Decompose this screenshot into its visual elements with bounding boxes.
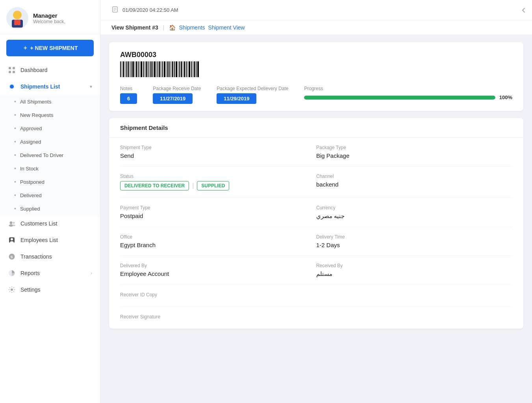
svg-rect-25 bbox=[125, 61, 125, 77]
breadcrumb-shipments-link[interactable]: Shipments bbox=[179, 24, 205, 31]
svg-point-16 bbox=[10, 241, 14, 244]
sidebar-item-label-transactions: Transactions bbox=[20, 253, 52, 260]
meta-row: Notes 6 Package Receive Date 11/27/2019 … bbox=[120, 86, 512, 104]
sidebar-header: Manager Welcome back, bbox=[0, 0, 100, 34]
svg-rect-51 bbox=[167, 61, 169, 77]
svg-rect-64 bbox=[189, 61, 190, 77]
payment-type-value: Postpaid bbox=[120, 213, 316, 219]
svg-rect-38 bbox=[146, 61, 147, 77]
awb-number: AWB00003 bbox=[120, 51, 512, 59]
sidebar-item-employees[interactable]: Employees List bbox=[0, 232, 100, 248]
submenu-all-shipments[interactable]: All Shipments bbox=[0, 95, 100, 108]
svg-rect-6 bbox=[9, 71, 11, 73]
svg-rect-55 bbox=[174, 61, 175, 77]
sidebar-item-label-customers: Customers List bbox=[20, 220, 57, 227]
chart-icon bbox=[8, 269, 16, 277]
shipment-info-card: AWB00003 bbox=[109, 42, 523, 111]
svg-rect-58 bbox=[179, 61, 180, 77]
svg-point-15 bbox=[11, 238, 13, 240]
svg-rect-42 bbox=[152, 61, 153, 77]
svg-rect-53 bbox=[171, 61, 171, 77]
receive-date-col: Package Receive Date 11/27/2019 bbox=[153, 86, 201, 104]
svg-rect-69 bbox=[197, 61, 199, 77]
svg-rect-47 bbox=[161, 61, 161, 77]
svg-rect-27 bbox=[128, 61, 129, 77]
submenu-in-stock[interactable]: In Stock bbox=[0, 162, 100, 175]
detail-empty bbox=[316, 285, 512, 307]
sidebar-item-shipments[interactable]: Shipments List ▾ bbox=[0, 78, 100, 95]
progress-bar-bg bbox=[304, 96, 495, 100]
sidebar-item-dashboard[interactable]: Dashboard bbox=[0, 62, 100, 78]
svg-rect-52 bbox=[169, 61, 170, 77]
sidebar-item-customers[interactable]: Customers List bbox=[0, 215, 100, 232]
expected-date-col: Package Expected Delievery Date 11/29/20… bbox=[217, 86, 288, 104]
progress-label: Progress bbox=[304, 86, 512, 91]
status-badges: DELIVERED TO RECEIVER | SUPPLIED bbox=[120, 181, 316, 190]
sidebar-item-label-reports: Reports bbox=[20, 270, 40, 276]
detail-channel: Channel backend bbox=[316, 166, 512, 198]
topbar-doc-icon bbox=[111, 6, 119, 15]
received-by-value: مستلم bbox=[316, 270, 512, 277]
receiver-id-label: Receiver ID Copy bbox=[120, 292, 316, 298]
sidebar: Manager Welcome back, ＋ + NEW SHIPMENT D… bbox=[0, 0, 100, 403]
svg-rect-3 bbox=[17, 20, 20, 25]
svg-rect-26 bbox=[126, 61, 127, 77]
submenu-delivered[interactable]: Delivered bbox=[0, 189, 100, 202]
svg-rect-59 bbox=[181, 61, 182, 77]
svg-rect-5 bbox=[13, 67, 15, 69]
person-icon bbox=[8, 236, 16, 244]
svg-rect-49 bbox=[164, 61, 165, 77]
sidebar-item-transactions[interactable]: S Transactions bbox=[0, 248, 100, 265]
svg-rect-56 bbox=[176, 61, 177, 77]
delivery-time-value: 1-2 Days bbox=[316, 242, 512, 248]
channel-value: backend bbox=[316, 181, 512, 188]
svg-rect-4 bbox=[9, 67, 11, 69]
detail-shipment-type: Shipment Type Send bbox=[120, 138, 316, 166]
submenu-postponed[interactable]: Postponed bbox=[0, 175, 100, 189]
submenu-new-requests[interactable]: New Requests bbox=[0, 108, 100, 122]
sidebar-item-reports[interactable]: Reports › bbox=[0, 265, 100, 281]
receiver-signature-label: Receiver Signature bbox=[120, 314, 316, 320]
submenu-assigned[interactable]: Assigned bbox=[0, 135, 100, 148]
svg-rect-36 bbox=[143, 61, 144, 77]
detail-office: Office Egypt Branch bbox=[120, 227, 316, 256]
svg-point-10 bbox=[10, 222, 13, 224]
svg-rect-29 bbox=[131, 61, 132, 77]
badge-separator: | bbox=[192, 182, 194, 189]
progress-col: Progress 100% bbox=[304, 86, 512, 100]
sidebar-item-settings[interactable]: Settings bbox=[0, 281, 100, 298]
notes-badge[interactable]: 6 bbox=[120, 93, 137, 104]
home-icon: 🏠 bbox=[169, 24, 176, 31]
main-content: 01/09/2020 04:22:50 AM View Shipment #3 … bbox=[100, 0, 532, 403]
breadcrumb-current[interactable]: Shipment View bbox=[208, 24, 245, 31]
receive-date-badge[interactable]: 11/27/2019 bbox=[153, 93, 193, 104]
svg-rect-46 bbox=[159, 61, 160, 77]
submenu-delivered-to-driver[interactable]: Delivered To Driver bbox=[0, 148, 100, 162]
submenu-approved[interactable]: Approved bbox=[0, 122, 100, 135]
chevron-right-icon: › bbox=[91, 271, 92, 275]
topbar: 01/09/2020 04:22:50 AM bbox=[100, 0, 532, 20]
svg-rect-63 bbox=[187, 61, 188, 77]
svg-rect-34 bbox=[139, 61, 140, 77]
expected-date-badge[interactable]: 11/29/2019 bbox=[217, 93, 256, 104]
breadcrumb-separator: | bbox=[163, 24, 165, 31]
svg-rect-67 bbox=[194, 61, 195, 77]
svg-point-0 bbox=[13, 11, 22, 19]
detail-package-type: Package Type Big Package bbox=[316, 138, 512, 166]
svg-point-12 bbox=[13, 222, 15, 224]
detail-received-by: Received By مستلم bbox=[316, 256, 512, 285]
svg-rect-66 bbox=[193, 61, 193, 77]
new-shipment-button[interactable]: ＋ + NEW SHIPMENT bbox=[6, 40, 94, 56]
detail-payment-type: Payment Type Postpaid bbox=[120, 198, 316, 227]
office-value: Egypt Branch bbox=[120, 242, 316, 248]
svg-point-20 bbox=[11, 288, 13, 291]
detail-receiver-signature: Receiver Signature bbox=[120, 307, 316, 329]
expected-date-label: Package Expected Delievery Date bbox=[217, 86, 288, 91]
submenu-supplied[interactable]: Supplied bbox=[0, 202, 100, 215]
breadcrumb-page-title: View Shipment #3 bbox=[111, 24, 158, 31]
channel-label: Channel bbox=[316, 174, 512, 179]
currency-value: جنيه مصري bbox=[316, 213, 512, 220]
svg-rect-43 bbox=[154, 61, 156, 77]
notes-label: Notes bbox=[120, 86, 137, 91]
svg-rect-24 bbox=[123, 61, 124, 77]
